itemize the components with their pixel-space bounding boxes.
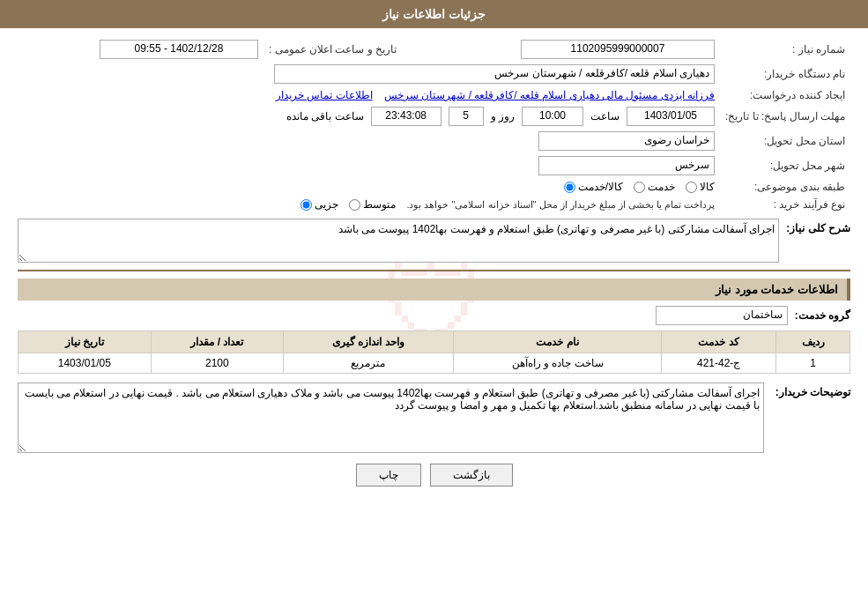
need-desc-label: شرح کلی نیاز: <box>786 219 850 234</box>
service-group-label: گروه خدمت: <box>795 309 850 322</box>
category-radio-khedmat[interactable] <box>634 182 645 193</box>
cell-row: 1 <box>776 353 850 374</box>
services-section-title: اطلاعات خدمات مورد نیاز <box>18 279 850 301</box>
category-option-khedmat: خدمت <box>634 181 675 193</box>
col-header-name: نام خدمت <box>453 331 661 353</box>
buyer-org-field: دهیاری اسلام قلعه /کافرقلعه / شهرستان سر… <box>274 64 715 84</box>
deadline-days-field: 5 <box>449 107 484 126</box>
process-option-jozii: جزیی <box>300 198 338 211</box>
main-content: شماره نیاز : 1102095999000007 تاریخ و سا… <box>0 28 868 506</box>
created-by-label: ایجاد کننده درخواست: <box>720 86 850 104</box>
countdown-field: 23:43:08 <box>371 107 441 126</box>
category-option-kala: کالا <box>686 181 715 193</box>
process-row: پرداخت تمام یا بخشی از مبلغ خریدار از مح… <box>18 196 720 213</box>
created-by-value: فرزانه ایزدی مسئول مالی دهیاری اسلام قلع… <box>18 86 720 104</box>
category-label: طبقه بندی موضوعی: <box>720 178 850 196</box>
category-radio-both[interactable] <box>564 182 575 193</box>
category-radio-kala[interactable] <box>686 182 697 193</box>
city-label: شهر محل تحویل: <box>720 153 850 178</box>
deadline-date-field: 1403/01/05 <box>627 107 715 126</box>
buyer-notes-textarea[interactable] <box>18 382 764 453</box>
created-by-link[interactable]: فرزانه ایزدی مسئول مالی دهیاری اسلام قلع… <box>384 89 715 101</box>
need-number-value: 1102095999000007 <box>423 37 720 62</box>
announce-datetime-label: تاریخ و ساعت اعلان عمومی : <box>263 37 405 62</box>
need-desc-textarea[interactable] <box>18 219 779 263</box>
services-table: ردیف کد خدمت نام خدمت واحد اندازه گیری ت… <box>18 330 850 374</box>
print-button[interactable]: چاپ <box>356 464 421 486</box>
category-option-both: کالا/خدمت <box>564 181 623 193</box>
info-table: شماره نیاز : 1102095999000007 تاریخ و سا… <box>18 37 850 213</box>
need-number-field: 1102095999000007 <box>521 40 715 59</box>
cell-quantity: 2100 <box>151 353 283 374</box>
province-label: استان محل تحویل: <box>720 129 850 153</box>
buyer-org-value: دهیاری اسلام قلعه /کافرقلعه / شهرستان سر… <box>18 62 720 86</box>
service-group-field: ساختمان <box>656 306 788 325</box>
need-desc-row: شرح کلی نیاز: <box>18 219 850 263</box>
section-divider-1 <box>18 270 850 271</box>
deadline-day-label: روز و <box>491 110 515 123</box>
announce-datetime-field: 1402/12/28 - 09:55 <box>100 40 258 59</box>
countdown-label: ساعت باقی مانده <box>286 110 364 123</box>
table-row: 1 ج-42-421 ساخت جاده و راه‌آهن مترمربع 2… <box>19 353 850 374</box>
process-note: پرداخت تمام یا بخشی از مبلغ خریدار از مح… <box>406 199 715 211</box>
deadline-time-field: 10:00 <box>522 107 583 126</box>
process-radio-motavasset[interactable] <box>349 199 360 211</box>
action-buttons: بازگشت چاپ <box>18 464 850 486</box>
buyer-org-label: نام دستگاه خریدار: <box>720 62 850 86</box>
city-value: سرخس <box>18 153 720 178</box>
deadline-time-label: ساعت <box>590 110 619 123</box>
response-deadline-row: 1403/01/05 ساعت 10:00 روز و 5 23:43:08 <box>18 104 720 129</box>
page-header: جزئیات اطلاعات نیاز <box>0 0 868 28</box>
process-option-motavasset: متوسط <box>349 198 396 211</box>
col-header-date: تاریخ نیاز <box>19 331 152 353</box>
province-value: خراسان رضوی <box>18 129 720 153</box>
buyer-notes-row: توضیحات خریدار: <box>18 382 850 453</box>
cell-name: ساخت جاده و راه‌آهن <box>453 353 661 374</box>
cell-code: ج-42-421 <box>662 353 776 374</box>
contact-link[interactable]: اطلاعات تماس خریدار <box>276 89 373 101</box>
cell-unit: مترمربع <box>284 353 454 374</box>
buyer-notes-label: توضیحات خریدار: <box>771 382 850 398</box>
announce-datetime-value: 1402/12/28 - 09:55 <box>18 37 263 62</box>
service-group-row: گروه خدمت: ساختمان <box>18 306 850 325</box>
cell-date: 1403/01/05 <box>19 353 152 374</box>
need-number-label: شماره نیاز : <box>720 37 850 62</box>
city-field: سرخس <box>538 156 715 175</box>
process-radio-jozii[interactable] <box>300 199 312 211</box>
page-title: جزئیات اطلاعات نیاز <box>382 7 486 21</box>
province-field: خراسان رضوی <box>538 131 715 151</box>
process-label: نوع فرآیند خرید : <box>720 196 850 213</box>
col-header-code: کد خدمت <box>662 331 776 353</box>
col-header-unit: واحد اندازه گیری <box>284 331 454 353</box>
response-deadline-label: مهلت ارسال پاسخ: تا تاریخ: <box>720 104 850 129</box>
back-button[interactable]: بازگشت <box>430 464 513 486</box>
col-header-row: ردیف <box>776 331 850 353</box>
col-header-quantity: تعداد / مقدار <box>151 331 283 353</box>
page-wrapper: 🛡 جزئیات اطلاعات نیاز شماره نیاز : 11020… <box>0 0 868 609</box>
category-row: کالا خدمت کالا/خدمت <box>18 178 720 196</box>
